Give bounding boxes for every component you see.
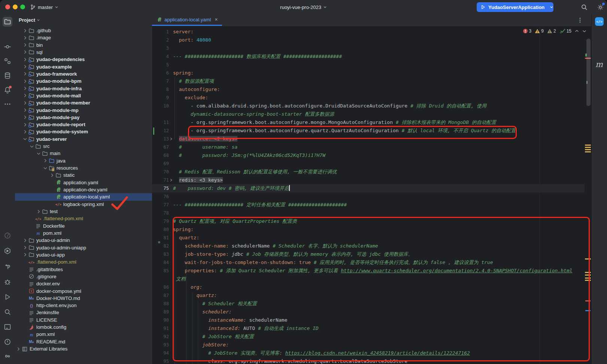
code-text[interactable]: --- #################### 定时任务相关配置 ######…: [173, 201, 347, 209]
inspection-warnings[interactable]: 9: [535, 28, 544, 34]
chevron-right-icon[interactable]: [22, 237, 28, 243]
chevron-right-icon[interactable]: [22, 78, 28, 84]
run-icon[interactable]: [3, 292, 12, 302]
tree-item-image[interactable]: .image: [15, 34, 152, 42]
tree-item-pom-xml[interactable]: mpom.xml: [15, 331, 152, 338]
tree-item-yudao-example[interactable]: yudao-example: [15, 63, 152, 70]
code-text[interactable]: spring:: [173, 225, 194, 234]
tree-item-application-yaml[interactable]: application.yaml: [15, 179, 152, 186]
code-text[interactable]: # username: sa: [173, 143, 237, 151]
tree-item-pom-xml[interactable]: mpom.xml: [15, 229, 152, 237]
code-text[interactable]: scheduler-name: schedulerName # Schedule…: [173, 242, 378, 250]
tree-item-github[interactable]: .github: [15, 27, 152, 34]
tree-item-java[interactable]: java: [15, 157, 152, 164]
maven-tool-window-icon[interactable]: m: [595, 60, 603, 69]
notifications-icon[interactable]: [3, 85, 12, 95]
code-text[interactable]: 文档: [173, 275, 186, 283]
tree-item-logback-spring-xml[interactable]: </>logback-spring.xml: [15, 200, 152, 208]
stripe-mark-warning[interactable]: [585, 151, 591, 152]
chevron-right-icon[interactable]: [22, 122, 28, 128]
inspection-weak-warnings[interactable]: 2: [547, 28, 556, 34]
tree-item-yudao-module-infra[interactable]: yudao-module-infra: [15, 85, 152, 92]
chevron-down-icon[interactable]: [22, 136, 28, 142]
stripe-mark-warning[interactable]: [585, 277, 591, 279]
code-text[interactable]: --- #################### 数据库相关配置 #######…: [173, 52, 342, 61]
code-text[interactable]: # Scheduler 相关配置: [173, 300, 257, 308]
tree-item-yudao-ui-admin-uniapp[interactable]: yudao-ui-admin-uniapp: [15, 244, 152, 251]
tree-item-http-client-env-json[interactable]: {}http-client.env.json: [15, 302, 152, 309]
code-text[interactable]: # Redis 配置。Redisson 默认的配置足够使用, 一般不需要进行调优: [173, 168, 337, 176]
tree-item-yudao-ui-app[interactable]: yudao-ui-app: [15, 251, 152, 258]
chevron-right-icon[interactable]: [22, 107, 28, 113]
search-everywhere-button[interactable]: [580, 3, 588, 11]
tree-item-readme-md[interactable]: MREADME.md: [15, 338, 152, 345]
tree-item-resources[interactable]: resources: [15, 164, 152, 172]
tree-item-yudao-ui-admin[interactable]: yudao-ui-admin: [15, 237, 152, 244]
stripe-mark-warning[interactable]: [585, 149, 591, 150]
profiler-icon[interactable]: [3, 231, 12, 240]
code-text[interactable]: dynamic-datasource-spring-boot-starter 配…: [173, 110, 334, 118]
chevron-down-icon[interactable]: [42, 165, 48, 171]
code-text[interactable]: job-store-type: jdbc # Job 存储器类型。默认为 mem…: [173, 250, 413, 258]
stripe-mark-warning[interactable]: [585, 272, 591, 273]
tree-item-docker-howto-md[interactable]: MDocker-HOWTO.md: [15, 294, 152, 302]
tree-item-src[interactable]: src: [15, 143, 152, 150]
stripe-mark-warning[interactable]: [585, 258, 591, 260]
chevron-right-icon[interactable]: [22, 92, 28, 98]
tree-item-external-libraries[interactable]: External Libraries: [15, 345, 152, 353]
code-text[interactable]: class: org.springframework.scheduling.qu…: [173, 357, 407, 364]
stripe-mark-blue[interactable]: [585, 310, 591, 311]
chevron-right-icon[interactable]: [22, 49, 28, 55]
code-text[interactable]: quartz:: [173, 291, 217, 300]
code-text[interactable]: instanceId: AUTO # 自动生成 instance ID: [173, 324, 319, 333]
tree-item-yudao-module-bpm[interactable]: yudao-module-bpm: [15, 78, 152, 85]
stripe-mark-warning[interactable]: [585, 145, 591, 146]
tree-item-lombok-config[interactable]: lombok.config: [15, 324, 152, 331]
code-text[interactable]: # password: JSm:g(*%lU4ZAkz06cd52KqT3)i1…: [173, 151, 325, 160]
chevron-right-icon[interactable]: [22, 57, 28, 63]
tree-item-jenkinsfile[interactable]: Jenkinsfile: [15, 309, 152, 316]
inspection-errors[interactable]: 3: [523, 28, 532, 34]
code-text[interactable]: - org.springframework.boot.autoconfigure…: [173, 127, 516, 135]
editor-scrollbar-thumb[interactable]: [586, 39, 591, 106]
code-text[interactable]: datasource: <2 keys>: [173, 135, 237, 143]
chevron-right-icon[interactable]: [22, 35, 28, 41]
tree-item-dockerfile[interactable]: Dockerfile: [15, 222, 152, 230]
code-text[interactable]: # JobStore 实现类。可见博客: https://blog.csdn.n…: [173, 349, 470, 357]
vcs-change-marker[interactable]: [153, 127, 154, 135]
meet-icon[interactable]: [3, 352, 12, 362]
services-icon[interactable]: [3, 246, 12, 256]
debug-bug-icon[interactable]: [3, 277, 12, 287]
tree-item-yudao-module-report[interactable]: yudao-module-report: [15, 121, 152, 128]
chevron-right-icon[interactable]: [35, 209, 42, 215]
problems-icon[interactable]: [3, 337, 12, 347]
chevron-right-icon[interactable]: [22, 28, 28, 34]
chevron-right-icon[interactable]: [22, 114, 28, 120]
chevron-right-icon[interactable]: [22, 100, 28, 106]
chevron-right-icon[interactable]: [22, 64, 28, 70]
more-tools-icon[interactable]: [3, 99, 12, 109]
code-text[interactable]: server:: [173, 28, 194, 36]
code-text[interactable]: redis: <3 keys>: [173, 176, 223, 184]
code-text[interactable]: # JobStore 相关配置: [173, 333, 254, 341]
chevron-right-icon[interactable]: [15, 346, 21, 352]
tree-item-test[interactable]: test: [15, 208, 152, 215]
code-text[interactable]: scheduler:: [173, 308, 232, 316]
tree-item-yudao-module-pay[interactable]: yudao-module-pay: [15, 113, 152, 121]
code-text[interactable]: instanceName: schedulerName: [173, 316, 287, 324]
project-folder-icon[interactable]: [3, 17, 12, 27]
build-icon[interactable]: [3, 262, 12, 272]
ai-assistant-icon[interactable]: </>: [595, 17, 604, 26]
chevron-right-icon[interactable]: [22, 42, 28, 48]
tree-item-flattened-pom-xml[interactable]: </>.flattened-pom.xml: [15, 258, 152, 266]
code-text[interactable]: wait-for-jobs-to-complete-on-shutdown: t…: [173, 258, 493, 267]
tree-item-yudao-module-mp[interactable]: yudao-module-mp: [15, 106, 152, 114]
code-text[interactable]: port: 48080: [173, 36, 211, 44]
stripe-mark-warning[interactable]: [585, 274, 591, 276]
chevron-down-icon[interactable]: [550, 5, 553, 9]
code-text[interactable]: autoconfigure:: [173, 85, 220, 94]
tree-item-application-dev-yaml[interactable]: application-dev.yaml: [15, 186, 152, 194]
stripe-mark-warning[interactable]: [585, 280, 591, 281]
next-problem-chevron-icon[interactable]: [582, 30, 586, 33]
code-text[interactable]: - org.springframework.boot.autoconfigure…: [173, 118, 496, 127]
